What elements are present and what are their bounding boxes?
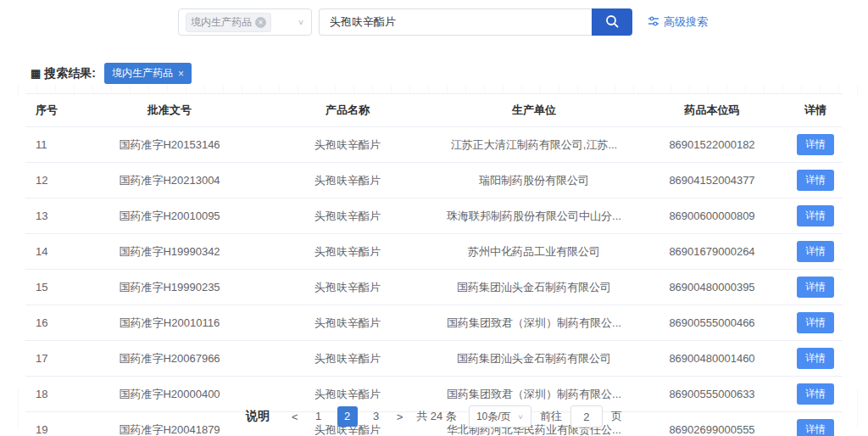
table-row: 16 国药准字H20010116 头孢呋辛酯片 国药集团致君（深圳）制药有限公.… [25, 305, 843, 341]
search-icon [604, 14, 620, 31]
detail-button[interactable]: 详情 [797, 383, 834, 405]
tag-remove-icon[interactable]: × [178, 68, 184, 80]
cell-serial: 17 [25, 341, 76, 377]
tag-close-icon[interactable]: × [255, 17, 266, 28]
search-input[interactable] [319, 8, 592, 36]
search-button[interactable] [592, 8, 632, 36]
drug-query-page: NMPA NMPA NMPA 境内生产药品 × ∨ [0, 0, 868, 436]
detail-button[interactable]: 详情 [797, 312, 834, 333]
filter-sliders-icon [648, 15, 659, 30]
table-row: 11 国药准字H20153146 头孢呋辛酯片 江苏正大清江制药有限公司,江苏.… [25, 127, 843, 163]
category-tag-label: 境内生产药品 [191, 15, 252, 30]
page-size-value: 10条/页 [476, 410, 511, 424]
category-tag: 境内生产药品 × [186, 13, 271, 32]
detail-button[interactable]: 详情 [797, 170, 834, 191]
cell-serial: 15 [25, 270, 76, 305]
cell-approval: 国药准字H19990235 [76, 270, 263, 305]
cell-code: 86904152004377 [636, 163, 788, 198]
results-bar: ▦ 搜索结果: 境内生产药品 × [31, 63, 192, 84]
cell-product: 头孢呋辛酯片 [263, 341, 432, 377]
cell-serial: 13 [25, 198, 76, 234]
cell-detail: 详情 [788, 127, 843, 163]
total-count: 共 24 条 [416, 409, 457, 424]
chevron-down-icon: ∨ [518, 413, 524, 421]
cell-manufacturer: 国药集团致君（深圳）制药有限公... [432, 305, 636, 341]
cell-product: 头孢呋辛酯片 [263, 270, 432, 305]
cell-manufacturer: 国药集团汕头金石制药有限公司 [432, 270, 636, 305]
results-tag-label: 境内生产药品 [112, 66, 173, 81]
search-bar: 境内生产药品 × ∨ 高级搜索 [178, 8, 708, 36]
grid-icon: ▦ [31, 67, 41, 80]
cell-code: 86901679000264 [636, 234, 788, 270]
advanced-search-link[interactable]: 高级搜索 [648, 14, 708, 30]
cell-manufacturer: 苏州中化药品工业有限公司 [432, 234, 636, 270]
category-select[interactable]: 境内生产药品 × ∨ [178, 8, 312, 36]
next-page-button[interactable]: > [395, 411, 405, 423]
pagination: 说明 < 1 2 3 > 共 24 条 10条/页 ∨ 前往 页 [0, 405, 868, 428]
table-row: 13 国药准字H20010095 头孢呋辛酯片 珠海联邦制药股份有限公司中山分.… [25, 198, 843, 234]
cell-product: 头孢呋辛酯片 [263, 127, 432, 163]
detail-button[interactable]: 详情 [797, 205, 834, 226]
table-row: 14 国药准字H19990342 头孢呋辛酯片 苏州中化药品工业有限公司 869… [25, 234, 843, 270]
chevron-down-icon: ∨ [298, 18, 304, 26]
header-code: 药品本位码 [636, 94, 788, 127]
cell-manufacturer: 珠海联邦制药股份有限公司中山分... [432, 198, 636, 234]
goto-suffix: 页 [611, 409, 622, 424]
cell-product: 头孢呋辛酯片 [263, 163, 432, 198]
header-serial: 序号 [25, 94, 76, 127]
cell-detail: 详情 [788, 270, 843, 305]
detail-button[interactable]: 详情 [797, 277, 834, 298]
cell-code: 86901522000182 [636, 127, 788, 163]
cell-approval: 国药准字H20153146 [76, 127, 263, 163]
detail-button[interactable]: 详情 [797, 348, 834, 369]
cell-code: 86900480001460 [636, 341, 788, 377]
page-button-2-current[interactable]: 2 [337, 406, 358, 427]
cell-serial: 16 [25, 305, 76, 341]
cell-detail: 详情 [788, 163, 843, 198]
page-size-select[interactable]: 10条/页 ∨ [469, 405, 531, 428]
cell-detail: 详情 [788, 234, 843, 270]
page-button-1[interactable]: 1 [309, 406, 329, 427]
table-row: 12 国药准字H20213004 头孢呋辛酯片 瑞阳制药股份有限公司 86904… [25, 163, 843, 198]
cell-product: 头孢呋辛酯片 [263, 234, 432, 270]
results-filter-tag[interactable]: 境内生产药品 × [104, 63, 192, 84]
note-link[interactable]: 说明 [246, 409, 270, 424]
table-row: 15 国药准字H19990235 头孢呋辛酯片 国药集团汕头金石制药有限公司 8… [25, 270, 843, 305]
table-row: 17 国药准字H20067966 头孢呋辛酯片 国药集团汕头金石制药有限公司 8… [25, 341, 843, 377]
cell-detail: 详情 [788, 198, 843, 234]
header-approval: 批准文号 [76, 94, 263, 127]
detail-button[interactable]: 详情 [797, 134, 834, 155]
page-button-3[interactable]: 3 [366, 406, 387, 427]
cell-code: 86900555000466 [636, 305, 788, 341]
cell-approval: 国药准字H20010095 [76, 198, 263, 234]
cell-manufacturer: 江苏正大清江制药有限公司,江苏... [432, 127, 636, 163]
results-label-text: 搜索结果: [44, 66, 96, 81]
header-manufacturer: 生产单位 [432, 94, 636, 127]
cell-code: 86900600000809 [636, 198, 788, 234]
cell-approval: 国药准字H20213004 [76, 163, 263, 198]
cell-product: 头孢呋辛酯片 [263, 305, 432, 341]
advanced-search-label: 高级搜索 [664, 14, 708, 30]
goto-label: 前往 [540, 409, 562, 424]
cell-detail: 详情 [788, 341, 843, 377]
cell-detail: 详情 [788, 305, 843, 341]
cell-product: 头孢呋辛酯片 [263, 198, 432, 234]
cell-approval: 国药准字H19990342 [76, 234, 263, 270]
cell-serial: 14 [25, 234, 76, 270]
header-detail: 详情 [788, 94, 843, 127]
cell-manufacturer: 瑞阳制药股份有限公司 [432, 163, 636, 198]
cell-code: 86900480000395 [636, 270, 788, 305]
prev-page-button[interactable]: < [290, 411, 300, 423]
detail-button[interactable]: 详情 [797, 241, 834, 262]
results-table: 序号 批准文号 产品名称 生产单位 药品本位码 详情 11 国药准字H20153… [25, 93, 843, 436]
results-label: ▦ 搜索结果: [31, 66, 96, 81]
cell-serial: 11 [25, 127, 76, 163]
cell-manufacturer: 国药集团汕头金石制药有限公司 [432, 341, 636, 377]
cell-approval: 国药准字H20010116 [76, 305, 263, 341]
cell-approval: 国药准字H20067966 [76, 341, 263, 377]
goto-page-input[interactable] [570, 405, 603, 428]
table-header-row: 序号 批准文号 产品名称 生产单位 药品本位码 详情 [25, 94, 843, 127]
header-product: 产品名称 [263, 94, 432, 127]
cell-serial: 12 [25, 163, 76, 198]
